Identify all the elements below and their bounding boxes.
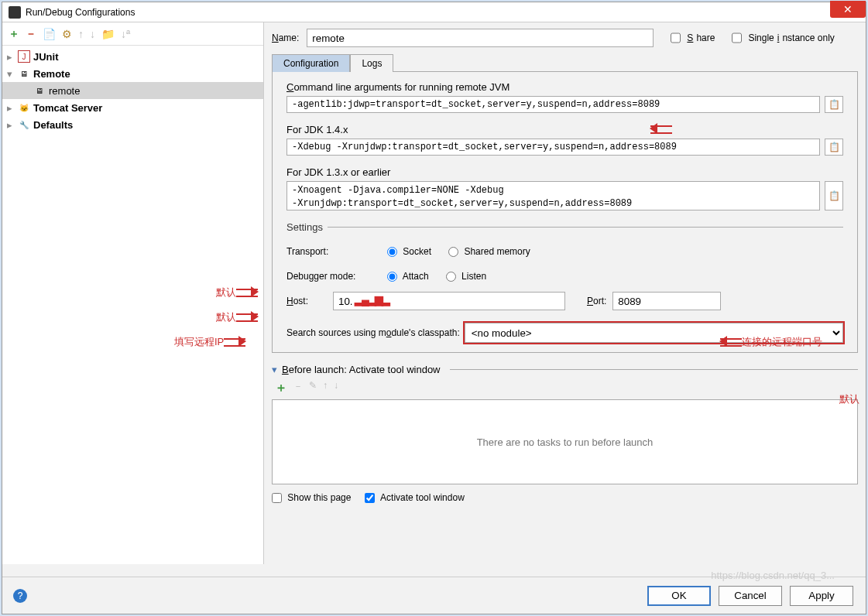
watermark: https://blog.csdn.net/qq_3... [711,570,835,581]
name-label: Name: [272,33,299,43]
tab-configuration[interactable]: Configuration [272,54,350,72]
tab-logs[interactable]: Logs [350,54,393,72]
port-input[interactable] [612,292,721,310]
share-checkbox[interactable]: Share [671,29,715,47]
run-debug-config-window: Run/Debug Configurations ✕ ＋ － 📄 ⚙ ↑ ↓ 📁… [2,2,866,614]
tree-item-remote[interactable]: ▾🖥 Remote [2,65,263,82]
up-icon[interactable]: ↑ [78,28,84,40]
bl-remove-icon[interactable]: － [293,380,303,396]
sort-icon[interactable]: ↓ª [121,28,130,40]
settings-icon[interactable]: ⚙ [62,28,72,40]
settings-legend: Settings [286,221,328,233]
tree-item-junit[interactable]: ▸J JUnit [2,48,263,65]
config-tree: ▸J JUnit ▾🖥 Remote 🖥 remote ▸🐱 Tomcat Se… [2,46,263,564]
jdk14-input[interactable] [286,139,820,156]
titlebar: Run/Debug Configurations ✕ [2,2,866,22]
configuration-pane: Command line arguments for running remot… [272,72,858,353]
name-input[interactable] [307,29,654,47]
sidebar: ＋ － 📄 ⚙ ↑ ↓ 📁 ↓ª ▸J JUnit ▾🖥 Remote [2,22,264,564]
before-launch-section: ▾ Before launch: Activate tool window ＋ … [272,364,858,503]
show-this-page-checkbox[interactable]: Show this page [272,492,351,503]
content-panel: Name: Share Single instance only Configu… [264,22,866,564]
copy-cmd-button[interactable]: 📋 [825,96,843,113]
folder-icon[interactable]: 📁 [101,28,115,40]
transport-socket-radio[interactable]: Socket [387,246,431,257]
bl-up-icon[interactable]: ↑ [323,380,328,396]
bl-add-icon[interactable]: ＋ [275,380,287,396]
copy-jdk14-button[interactable]: 📋 [825,139,843,156]
debugger-listen-radio[interactable]: Listen [446,271,486,282]
tabs: Configuration Logs [272,53,858,72]
remove-icon[interactable]: － [26,27,36,41]
module-select[interactable]: <no module> [465,323,843,343]
bl-edit-icon[interactable]: ✎ [309,380,317,396]
host-label: Host: [286,296,333,306]
transport-label: Transport: [286,246,387,257]
activate-tool-window-checkbox[interactable]: Activate tool window [365,492,464,503]
window-title: Run/Debug Configurations [26,7,135,18]
tree-item-remote-child[interactable]: 🖥 remote [2,82,263,99]
help-icon[interactable]: ? [13,589,27,603]
port-label: Port: [587,296,606,306]
before-launch-header[interactable]: ▾ Before launch: Activate tool window [272,364,858,375]
jdk13-label: For JDK 1.3.x or earlier [286,166,843,178]
sidebar-toolbar: ＋ － 📄 ⚙ ↑ ↓ 📁 ↓ª [2,22,263,46]
close-button[interactable]: ✕ [830,1,866,18]
app-icon [9,6,21,19]
tree-item-defaults[interactable]: ▸🔧 Defaults [2,116,263,133]
dialog-footer: ? OK Cancel Apply [2,577,866,614]
cmd-args-input[interactable] [286,96,820,113]
ok-button[interactable]: OK [647,586,711,606]
down-icon[interactable]: ↓ [90,28,95,40]
before-launch-tasks: There are no tasks to run before launch [272,399,858,484]
jdk14-label: For JDK 1.4.x [286,124,843,135]
bl-down-icon[interactable]: ↓ [334,380,338,396]
transport-shared-radio[interactable]: Shared memory [448,246,530,257]
add-icon[interactable]: ＋ [9,27,19,41]
debugger-attach-radio[interactable]: Attach [387,271,429,282]
apply-button[interactable]: Apply [790,586,853,606]
jdk13-input[interactable] [286,181,820,210]
cmd-args-label: Command line arguments for running remot… [286,81,843,93]
settings-fieldset: Settings Transport: Socket Shared memory… [286,221,843,343]
tree-item-tomcat[interactable]: ▸🐱 Tomcat Server [2,99,263,116]
debugger-mode-label: Debugger mode: [286,271,387,282]
single-instance-checkbox[interactable]: Single instance only [732,29,834,47]
copy-icon[interactable]: 📄 [43,28,56,40]
cancel-button[interactable]: Cancel [719,586,782,606]
copy-jdk13-button[interactable]: 📋 [825,181,843,210]
search-sources-label: Search sources using module's classpath: [286,327,460,338]
